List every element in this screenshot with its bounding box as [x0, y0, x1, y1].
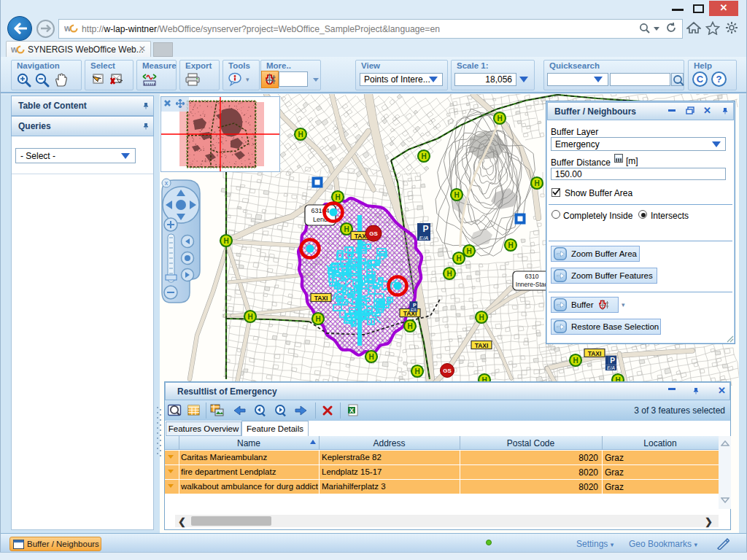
svg-text:GS: GS	[443, 368, 452, 374]
svg-text:Innere-Stad: Innere-Stad	[516, 281, 549, 288]
svg-text:E/A: E/A	[419, 235, 429, 241]
svg-text:H: H	[247, 313, 252, 321]
svg-text:E/A: E/A	[411, 308, 417, 312]
svg-text:H: H	[368, 353, 374, 361]
svg-text:H: H	[223, 237, 228, 245]
svg-text:H: H	[414, 368, 419, 376]
svg-text:H: H	[573, 357, 578, 365]
svg-text:H: H	[421, 152, 426, 160]
svg-text:TAXI: TAXI	[588, 350, 602, 357]
svg-text:H: H	[466, 247, 471, 255]
svg-text:H: H	[508, 241, 513, 249]
svg-text:H: H	[335, 193, 340, 201]
svg-text:x: x	[165, 179, 169, 187]
svg-text:TAXI: TAXI	[314, 295, 328, 302]
svg-text:6310: 6310	[525, 273, 539, 280]
svg-text:H: H	[456, 254, 461, 262]
svg-text:P: P	[422, 224, 428, 234]
svg-text:H: H	[344, 225, 349, 233]
svg-text:P: P	[413, 302, 417, 308]
svg-text:H: H	[298, 131, 303, 139]
svg-text:GS: GS	[369, 230, 378, 237]
svg-text:H: H	[446, 270, 452, 278]
svg-text:H: H	[407, 322, 412, 330]
svg-text:H: H	[454, 191, 459, 199]
svg-text:X: X	[349, 407, 354, 414]
svg-text:P: P	[610, 357, 615, 365]
svg-text:H: H	[534, 179, 539, 187]
svg-text:H: H	[497, 114, 502, 122]
svg-text:TAXI: TAXI	[475, 342, 489, 349]
svg-text:H: H	[315, 315, 320, 323]
svg-text:E/A: E/A	[607, 365, 615, 370]
svg-text:H: H	[479, 314, 484, 322]
